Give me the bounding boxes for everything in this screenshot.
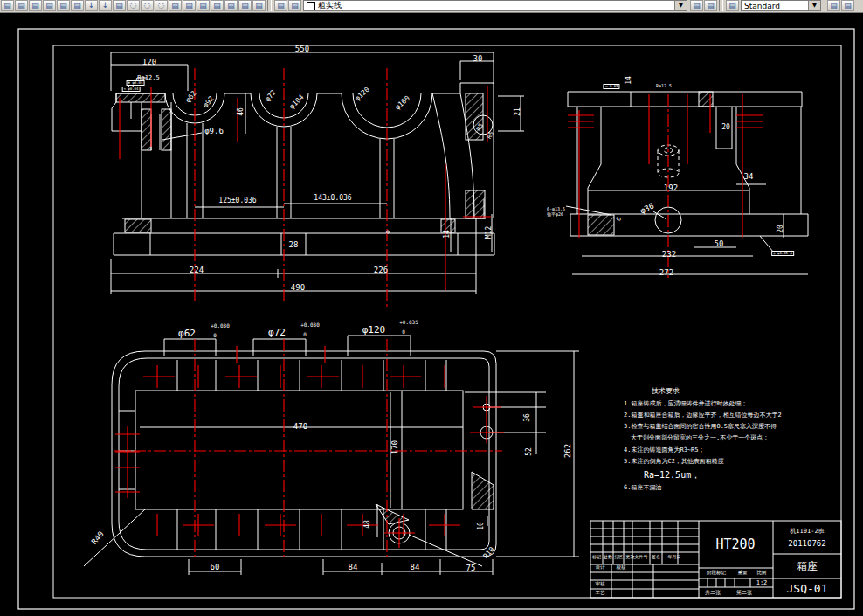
tb-label-scale: 比例 — [757, 571, 767, 576]
tb-part-name: 箱座 — [797, 561, 818, 571]
title-block: 标记 处数 分区 更改文件号 签名 年月日 设计 校核 审核 工艺 HT200 … — [590, 521, 841, 598]
new-file-icon[interactable]: ▤ — [1, 0, 14, 11]
publish-icon[interactable]: ▤ — [71, 0, 84, 11]
tb-label-stage: 阶段标记 — [707, 571, 726, 576]
undo-arrow-icon[interactable]: ↓ — [85, 0, 98, 11]
plan-view-geometry — [84, 336, 579, 575]
tb-sheet-current: 第二张 — [736, 590, 752, 595]
front-view-geometry — [111, 52, 524, 294]
toolbar-layer-icon-group: ▤▤ — [273, 0, 301, 11]
tb-student-no: 20110762 — [788, 540, 825, 548]
tb-class-no: 机1101-2班 — [790, 529, 824, 535]
tb-drawing-no: JSQ-01 — [787, 583, 828, 594]
tb-scale-value: 1:2 — [756, 580, 768, 586]
tb-label-change-file: 更改文件号 — [626, 555, 648, 559]
layer-previous-icon[interactable]: ▤ — [704, 0, 717, 11]
tb-sheet-total: 共二张 — [705, 590, 721, 595]
print-icon[interactable]: ▤ — [43, 0, 56, 11]
toolbar-separator — [719, 0, 723, 11]
tool-palettes-icon[interactable]: ▤ — [197, 0, 210, 11]
side-view-centerlines — [568, 94, 763, 278]
style-dropdown-value: Standard — [742, 2, 808, 10]
toolbar-post-layer-icon-group: ▤▤ — [689, 0, 717, 11]
save-file-icon[interactable]: ▤ — [29, 0, 42, 11]
tb-label-check: 校核 — [617, 565, 626, 571]
toolbar-left-icon-group: ▤▤▤▤▤▤↓↓▤◌◌◌▤▤▤▤▤▤▤ — [0, 0, 266, 11]
style-dropdown[interactable]: Standard ▼ — [741, 0, 821, 11]
cad-application-window: { "toolbar": { "layer_label": "粗实线", "st… — [0, 0, 863, 616]
zoom-realtime-icon[interactable]: ◌ — [127, 0, 140, 11]
zoom-previous-icon[interactable]: ◌ — [155, 0, 168, 11]
toolbar-right-icon-group: ▤▤ — [826, 0, 854, 11]
toolbar-style-icon-group: ▤ — [725, 0, 739, 11]
plot-preview-icon[interactable]: ▤ — [57, 0, 70, 11]
tb-label-count: 处数 — [604, 555, 612, 559]
toolbar-separator — [267, 0, 272, 11]
sheet-set-icon[interactable]: ▤ — [211, 0, 224, 11]
tb-label-date: 年月日 — [668, 555, 681, 559]
pan-hand-icon[interactable]: ▤ — [113, 0, 126, 11]
tb-material: HT200 — [715, 538, 755, 551]
layer-color-swatch-icon — [307, 2, 315, 10]
make-object-layer-current-icon[interactable]: ▤ — [690, 0, 703, 11]
dim-style-edit-icon[interactable]: ▤ — [726, 0, 739, 11]
tb-label-audit: 审核 — [596, 582, 605, 587]
open-file-icon[interactable]: ▤ — [15, 0, 28, 11]
tb-label-process: 工艺 — [596, 591, 605, 596]
redo-arrow-icon[interactable]: ↓ — [99, 0, 112, 11]
tb-label-weight: 重量 — [738, 571, 748, 576]
tb-label-zone: 分区 — [614, 555, 623, 559]
toolbar-extra-1-icon[interactable]: ▤ — [827, 0, 840, 11]
calculator-icon[interactable]: ▤ — [238, 0, 252, 11]
chevron-down-icon[interactable]: ▼ — [808, 1, 820, 10]
layer-control-icon[interactable]: ▤ — [288, 0, 301, 11]
help-icon[interactable]: ▤ — [252, 0, 266, 11]
layer-dropdown[interactable]: 粗实线 ▼ — [303, 0, 687, 11]
tb-label-sign: 签名 — [652, 555, 660, 559]
zoom-window-icon[interactable]: ◌ — [141, 0, 154, 11]
tb-label-mark: 标记 — [592, 555, 601, 559]
chevron-down-icon[interactable]: ▼ — [674, 1, 687, 10]
tb-label-design: 设计 — [596, 565, 605, 571]
markup-icon[interactable]: ▤ — [224, 0, 238, 11]
toolbar-extra-2-icon[interactable]: ▤ — [841, 0, 854, 11]
layer-dropdown-value: 粗实线 — [318, 0, 674, 11]
design-center-icon[interactable]: ▤ — [183, 0, 196, 11]
properties-icon[interactable]: ▤ — [169, 0, 182, 11]
layer-properties-manager-icon[interactable]: ▤ — [274, 0, 287, 11]
plan-view-centerlines — [114, 339, 504, 559]
top-toolbar: ▤▤▤▤▤▤↓↓▤◌◌◌▤▤▤▤▤▤▤ ▤▤ 粗实线 ▼ ▤▤ ▤ Standa… — [0, 0, 863, 13]
